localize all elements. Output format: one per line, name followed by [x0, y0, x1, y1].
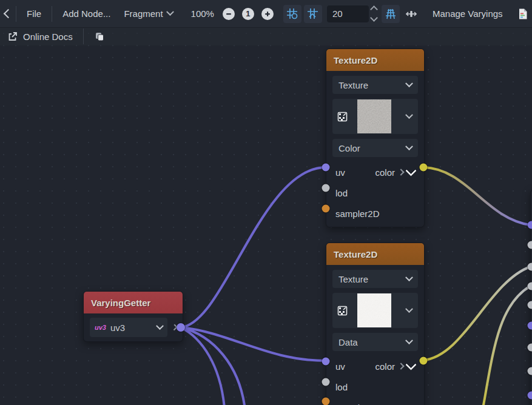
chevron-down-icon: [405, 142, 413, 150]
manage-varyings-button[interactable]: Manage Varyings: [426, 5, 509, 23]
port-right-node-in-3[interactable]: [528, 263, 532, 271]
port-right-node-in-9[interactable]: [528, 392, 532, 400]
back-icon[interactable]: [4, 9, 13, 19]
grid-snap-icon: [286, 8, 298, 19]
varying-select-dropdown[interactable]: uv3 uv3: [90, 318, 167, 337]
chevron-down-icon: [405, 336, 413, 344]
node-texture2d-a[interactable]: Texture2D Texture Color: [326, 49, 425, 227]
chevron-down-icon[interactable]: [405, 305, 413, 313]
source-mode-value: Texture: [338, 274, 368, 284]
port-texture-a-uv-in[interactable]: [322, 164, 330, 172]
output-mode-value: Data: [338, 337, 358, 347]
source-mode-value: Texture: [338, 80, 368, 90]
port-varying-getter-out[interactable]: [177, 323, 185, 332]
wire-texture-b-color-out: [423, 267, 530, 360]
preview-toggle-icon[interactable]: [405, 359, 416, 370]
shader-editor-toolbar: File Add Node... Fragment 100% 1: [0, 0, 532, 28]
chevron-down-icon: [166, 8, 174, 16]
chevron-down-icon[interactable]: [370, 14, 378, 22]
source-mode-dropdown[interactable]: Texture: [332, 76, 418, 94]
port-row-uv: uv color: [332, 356, 418, 377]
node-title[interactable]: Texture2D: [326, 49, 424, 71]
chevron-down-icon: [156, 322, 164, 330]
node-varying-getter[interactable]: VaryingGetter uv3 uv3: [83, 291, 183, 342]
port-right-node-in-4[interactable]: [528, 283, 532, 290]
zoom-reset-button[interactable]: 1: [242, 8, 254, 20]
port-right-node-in-6[interactable]: [528, 322, 532, 330]
stage-selector-value: Fragment: [124, 8, 163, 19]
port-label-sampler2d: sampler2D: [335, 403, 380, 405]
port-label-color: color: [375, 167, 395, 178]
sort-filter-button[interactable]: [402, 5, 420, 23]
port-row-lod: lod: [332, 377, 418, 397]
zoom-reset-label: 1: [246, 10, 250, 18]
port-label-sampler2d: sampler2D: [335, 209, 380, 219]
chevron-right-icon[interactable]: [397, 169, 404, 175]
online-docs-label: Online Docs: [23, 32, 73, 42]
manage-varyings-label: Manage Varyings: [433, 8, 503, 19]
port-row-sampler2d: sampler2D: [332, 397, 418, 405]
code-file-icon: [517, 8, 529, 20]
port-right-node-in-1[interactable]: [528, 221, 532, 229]
port-texture-b-uv-in[interactable]: [322, 358, 330, 366]
preview-toggle-icon[interactable]: [405, 165, 416, 176]
node-texture2d-b[interactable]: Texture2D Texture Data: [326, 243, 425, 405]
port-row-sampler2d: sampler2D: [332, 203, 418, 224]
port-texture-b-color-out[interactable]: [420, 357, 428, 365]
file-menu-label: File: [27, 8, 41, 19]
file-menu-button[interactable]: File: [21, 5, 47, 23]
port-texture-a-color-out[interactable]: [420, 164, 428, 172]
snap-toggle-button[interactable]: [283, 5, 301, 23]
separator: [52, 6, 52, 22]
port-right-node-in-7[interactable]: [528, 344, 532, 352]
port-texture-b-sampler-in[interactable]: [322, 398, 330, 405]
shader-preview-toggle-button[interactable]: [382, 5, 400, 23]
chevron-down-icon: [405, 273, 413, 281]
online-docs-button[interactable]: Online Docs: [1, 27, 79, 45]
add-node-button[interactable]: Add Node...: [56, 5, 116, 23]
snap-distance-input[interactable]: [327, 5, 369, 22]
separator: [83, 28, 84, 44]
port-texture-a-sampler-in[interactable]: [322, 205, 330, 213]
chevron-down-icon[interactable]: [405, 111, 413, 119]
port-texture-a-lod-in[interactable]: [322, 184, 330, 192]
node-title[interactable]: VaryingGetter: [84, 292, 183, 313]
port-right-node-in-5[interactable]: [528, 301, 532, 309]
port-row-uv: uv color: [332, 162, 418, 182]
source-mode-dropdown[interactable]: Texture: [332, 270, 418, 288]
texture-preview-concrete[interactable]: [357, 99, 391, 133]
connection-wires: [0, 0, 532, 405]
texture-preview-white[interactable]: [357, 293, 391, 327]
copy-params-button[interactable]: [90, 27, 109, 45]
output-mode-dropdown[interactable]: Color: [332, 139, 418, 157]
stage-selector-dropdown[interactable]: Fragment: [118, 5, 178, 23]
visual-shader-editor: Texture2D Texture Color: [0, 0, 532, 405]
texture-resource-row[interactable]: [332, 293, 418, 328]
snap-distance-spinner[interactable]: [371, 7, 377, 21]
chevron-up-icon[interactable]: [370, 5, 378, 13]
port-label-uv: uv: [335, 167, 345, 178]
wire-varying-offscreen-1: [181, 327, 225, 405]
snap-distance-button[interactable]: [304, 5, 322, 23]
port-label-color: color: [375, 361, 395, 372]
minus-icon: [226, 11, 232, 17]
picture-edit-icon: [337, 112, 348, 122]
port-right-node-in-2[interactable]: [528, 241, 532, 249]
zoom-out-button[interactable]: [223, 8, 235, 20]
node-title[interactable]: Texture2D: [326, 243, 424, 265]
port-right-node-in-8[interactable]: [528, 367, 532, 375]
add-node-label: Add Node...: [62, 8, 110, 19]
texture-resource-row[interactable]: [332, 99, 418, 134]
zoom-in-button[interactable]: [261, 8, 274, 20]
chevron-down-icon: [405, 79, 413, 87]
shader-code-button[interactable]: [514, 5, 532, 23]
copy-pages-icon: [94, 31, 105, 42]
port-label-uv: uv: [335, 361, 345, 372]
plus-icon: [264, 11, 271, 17]
output-mode-dropdown[interactable]: Data: [332, 333, 418, 351]
port-texture-b-lod-in[interactable]: [322, 378, 330, 386]
chevron-right-icon[interactable]: [397, 363, 404, 369]
zoom-level-label: 100%: [191, 8, 214, 19]
grid-3d-icon: [385, 8, 397, 20]
separator: [16, 6, 16, 22]
